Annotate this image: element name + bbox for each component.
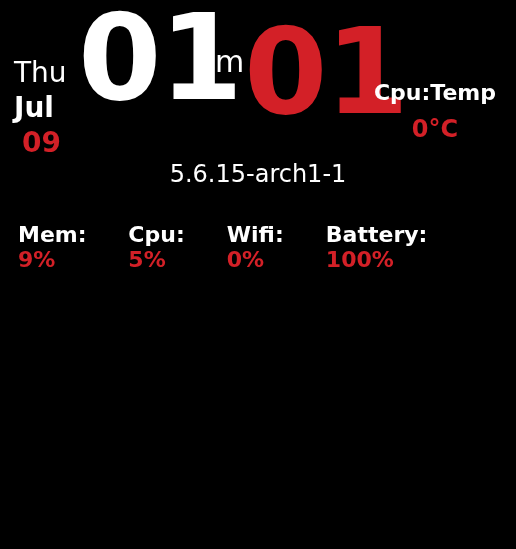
wifi-value: 0% — [227, 247, 264, 272]
clock-ampm: pm — [196, 44, 244, 79]
kernel-version: 5.6.15-arch1-1 — [0, 160, 516, 188]
battery-value: 100% — [326, 247, 394, 272]
cpu-label: Cpu: — [128, 222, 184, 247]
mem-value: 9% — [18, 247, 55, 272]
conky-widget: Thu Jul 09 01 pm 01 Cpu:Temp 0°C 5.6.15-… — [0, 0, 516, 549]
wifi-label: Wifi: — [227, 222, 284, 247]
stat-cpu: Cpu: 5% — [128, 222, 226, 272]
battery-label: Battery: — [326, 222, 428, 247]
day-number: 09 — [22, 126, 67, 159]
cpu-temp-value: 0°C — [374, 115, 496, 143]
stat-mem: Mem: 9% — [18, 222, 128, 272]
date-block: Thu Jul 09 — [14, 56, 67, 159]
cpu-value: 5% — [128, 247, 165, 272]
mem-label: Mem: — [18, 222, 87, 247]
day-of-week: Thu — [14, 56, 67, 89]
stat-wifi: Wifi: 0% — [227, 222, 326, 272]
month: Jul — [14, 91, 67, 124]
stats-row: Mem: 9% Cpu: 5% Wifi: 0% Battery: 100% — [0, 222, 516, 272]
cpu-temp-block: Cpu:Temp 0°C — [374, 80, 496, 143]
stat-battery: Battery: 100% — [326, 222, 498, 272]
cpu-temp-label: Cpu:Temp — [374, 80, 496, 105]
